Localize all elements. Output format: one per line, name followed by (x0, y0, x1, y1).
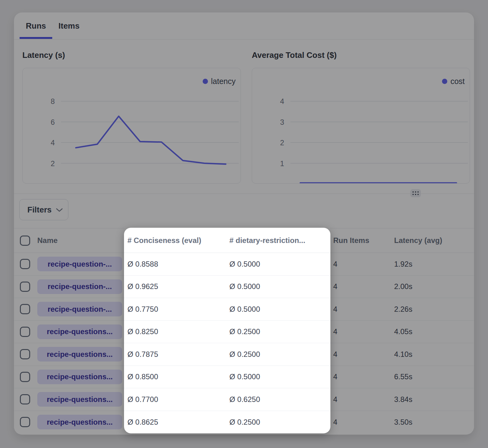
svg-text:2: 2 (280, 138, 284, 147)
table-row[interactable]: recipe-question-... Ø 0.9625 Ø 0.5000 4 … (14, 276, 474, 298)
column-header-conciseness[interactable]: # Conciseness (eval) (123, 236, 229, 245)
run-name-badge[interactable]: recipe-question-... (37, 257, 122, 271)
table-body: recipe-question-... Ø 0.8588 Ø 0.5000 4 … (14, 253, 474, 433)
table-row[interactable]: recipe-questions... Ø 0.8250 Ø 0.2500 4 … (14, 321, 474, 343)
latency-avg-cell: 3.84s (394, 395, 474, 404)
cost-chart-panel: 4321 cost (252, 68, 470, 184)
column-header-latency-avg[interactable]: Latency (avg) (394, 236, 474, 245)
conciseness-score-cell: Ø 0.8500 (123, 372, 229, 381)
run-name-badge[interactable]: recipe-question-... (37, 279, 122, 294)
cost-chart-title: Average Total Cost ($) (252, 50, 337, 60)
cost-line-chart: 4321 (252, 68, 470, 183)
chevron-down-icon (56, 208, 63, 212)
conciseness-score-cell: Ø 0.7750 (123, 305, 229, 314)
svg-text:3: 3 (280, 118, 284, 126)
conciseness-score-cell: Ø 0.9625 (123, 282, 229, 291)
svg-text:2: 2 (51, 159, 55, 168)
run-name-cell: recipe-question-... (37, 257, 123, 271)
row-select-cell (14, 259, 37, 269)
row-checkbox[interactable] (20, 259, 30, 269)
latency-avg-cell: 4.10s (394, 350, 474, 359)
latency-avg-cell: 3.50s (394, 418, 474, 427)
column-header-name[interactable]: Name (37, 236, 123, 245)
row-checkbox[interactable] (20, 349, 30, 359)
cost-legend: cost (442, 77, 465, 86)
table-header-row: Name # Conciseness (eval) # dietary-rest… (14, 228, 474, 253)
run-name-badge[interactable]: recipe-questions... (37, 392, 122, 407)
conciseness-score-cell: Ø 0.8250 (123, 327, 229, 336)
run-name-badge[interactable]: recipe-question-... (37, 302, 122, 316)
latency-legend: latency (203, 77, 236, 86)
tab-bar: Runs Items (14, 12, 474, 40)
table-row[interactable]: recipe-questions... Ø 0.7875 Ø 0.2500 4 … (14, 343, 474, 366)
latency-legend-dot-icon (203, 79, 208, 84)
run-items-cell: 4 (330, 305, 394, 314)
run-name-badge[interactable]: recipe-questions... (37, 415, 122, 429)
row-checkbox[interactable] (20, 417, 30, 427)
latency-chart-title: Latency (s) (22, 50, 65, 60)
table-row[interactable]: recipe-question-... Ø 0.7750 Ø 0.5000 4 … (14, 298, 474, 321)
row-checkbox[interactable] (20, 372, 30, 382)
column-header-dietary-restriction[interactable]: # dietary-restriction... (229, 236, 330, 245)
dietary-score-cell: Ø 0.2500 (229, 350, 330, 359)
tab-items[interactable]: Items (52, 12, 86, 39)
svg-text:8: 8 (51, 97, 55, 105)
tab-runs-label: Runs (26, 21, 46, 31)
table-row[interactable]: recipe-questions... Ø 0.8500 Ø 0.5000 4 … (14, 366, 474, 389)
section-divider (14, 194, 474, 194)
run-name-badge[interactable]: recipe-questions... (37, 324, 122, 339)
run-name-cell: recipe-questions... (37, 392, 123, 407)
run-items-cell: 4 (330, 418, 394, 427)
run-name-badge[interactable]: recipe-questions... (37, 347, 122, 362)
run-name-cell: recipe-questions... (37, 324, 123, 339)
run-items-cell: 4 (330, 327, 394, 336)
dietary-score-cell: Ø 0.2500 (229, 418, 330, 427)
row-checkbox[interactable] (20, 327, 30, 337)
row-select-cell (14, 327, 37, 337)
latency-chart-panel: 8642 latency (22, 68, 241, 184)
table-row[interactable]: recipe-question-... Ø 0.8588 Ø 0.5000 4 … (14, 253, 474, 276)
run-items-cell: 4 (330, 282, 394, 291)
dietary-score-cell: Ø 0.5000 (229, 282, 330, 291)
select-all-cell (14, 236, 37, 246)
latency-avg-cell: 2.26s (394, 305, 474, 314)
select-all-checkbox[interactable] (20, 236, 30, 246)
run-name-cell: recipe-question-... (37, 302, 123, 316)
column-header-run-items[interactable]: Run Items (330, 236, 394, 245)
runs-table: Name # Conciseness (eval) # dietary-rest… (14, 228, 474, 435)
conciseness-score-cell: Ø 0.8588 (123, 260, 229, 268)
svg-text:4: 4 (280, 97, 284, 105)
table-row[interactable]: recipe-questions... Ø 0.7700 Ø 0.6250 4 … (14, 388, 474, 411)
row-select-cell (14, 282, 37, 292)
svg-text:4: 4 (51, 138, 55, 147)
latency-avg-cell: 4.05s (394, 327, 474, 336)
run-name-cell: recipe-questions... (37, 415, 123, 429)
resize-drag-handle-icon[interactable] (410, 189, 421, 197)
latency-legend-label: latency (211, 77, 236, 86)
latency-avg-cell: 2.00s (394, 282, 474, 291)
row-select-cell (14, 372, 37, 382)
run-items-cell: 4 (330, 350, 394, 359)
svg-text:6: 6 (51, 118, 55, 126)
row-select-cell (14, 304, 37, 314)
dietary-score-cell: Ø 0.5000 (229, 260, 330, 268)
row-select-cell (14, 417, 37, 427)
latency-avg-cell: 6.55s (394, 372, 474, 381)
run-items-cell: 4 (330, 395, 394, 404)
row-checkbox[interactable] (20, 394, 30, 404)
tab-runs[interactable]: Runs (20, 12, 52, 39)
row-checkbox[interactable] (20, 304, 30, 314)
runs-panel: Runs Items Latency (s) 8642 latency Aver… (14, 12, 474, 435)
cost-legend-dot-icon (442, 79, 447, 84)
filters-button[interactable]: Filters (19, 199, 68, 220)
dietary-score-cell: Ø 0.5000 (229, 305, 330, 314)
run-name-badge[interactable]: recipe-questions... (37, 370, 122, 384)
row-checkbox[interactable] (20, 282, 30, 292)
run-name-cell: recipe-questions... (37, 347, 123, 362)
table-row[interactable]: recipe-questions... Ø 0.8625 Ø 0.2500 4 … (14, 411, 474, 434)
conciseness-score-cell: Ø 0.8625 (123, 418, 229, 427)
filters-button-label: Filters (27, 205, 52, 215)
row-select-cell (14, 349, 37, 359)
latency-avg-cell: 1.92s (394, 260, 474, 268)
dietary-score-cell: Ø 0.5000 (229, 372, 330, 381)
